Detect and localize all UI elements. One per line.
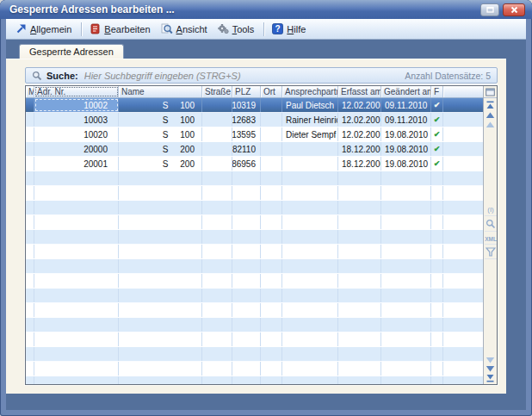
record-selection-button[interactable]: (I) (485, 204, 497, 216)
cell-plz: 12683 (232, 113, 261, 127)
arrow-up-icon (486, 112, 495, 119)
cell-adr-nr: 20000 (34, 142, 119, 156)
cell-geaendert-am: 09.11.2010 (381, 113, 431, 127)
arrow-down-icon (486, 365, 495, 372)
row-indicator-cell (26, 157, 34, 171)
cell-blank (443, 127, 483, 141)
filter-icon (486, 247, 496, 257)
scroll-to-top-button[interactable] (486, 101, 495, 109)
cell-erfasst-am: 18.12.2006 (338, 157, 381, 171)
cell-erfasst-am: 18.12.2006 (338, 142, 381, 156)
maximize-button[interactable] (480, 3, 499, 16)
close-button[interactable] (503, 3, 525, 16)
column-header-name[interactable]: Name (119, 86, 202, 97)
grid: M Adr. Nr. Name Straße PLZ Ort Ansprechp… (26, 86, 483, 384)
arrow-up-pale-icon (486, 121, 495, 128)
search-input[interactable] (83, 70, 405, 82)
scroll-down-page-button[interactable] (486, 357, 495, 363)
column-header-erfasst-am[interactable]: Erfasst am (338, 86, 381, 97)
cell-ansprechpartner: Paul Dietsch (282, 98, 338, 112)
cell-geaendert-am: 09.11.2010 (381, 98, 431, 112)
cell-name: S 200 (119, 142, 202, 156)
check-icon: ✔ (434, 159, 441, 168)
table-row-empty[interactable] (26, 215, 483, 230)
column-header-ort[interactable]: Ort (261, 86, 282, 97)
cell-blank (443, 142, 483, 156)
table-row[interactable]: 10020 S 100 13595 Dieter Sempf 12.02.200… (26, 127, 483, 142)
search-bar: Suche: Anzahl Datensätze: 5 (25, 67, 498, 84)
tab-page: Suche: Anzahl Datensätze: 5 M Adr. Nr. N… (6, 59, 506, 394)
table-row-empty[interactable] (26, 332, 483, 347)
column-header-strasse[interactable]: Straße (202, 86, 232, 97)
name-code: S (163, 145, 169, 154)
column-header-f[interactable]: F (431, 86, 443, 97)
search-icon (32, 71, 42, 81)
table-row[interactable]: 10002 S 100 10319 Paul Dietsch 12.02.200… (26, 98, 483, 113)
table-row-empty[interactable] (26, 201, 483, 215)
menu-item-tools[interactable]: Tools (213, 22, 261, 36)
cell-f-check: ✔ (431, 113, 443, 127)
table-row-empty[interactable] (26, 318, 483, 332)
cell-ort (261, 157, 282, 171)
cell-f-check: ✔ (431, 98, 443, 112)
table-row-empty[interactable] (26, 171, 483, 186)
maximize-icon (486, 6, 494, 13)
table-row-empty[interactable] (26, 245, 483, 259)
table-row-empty[interactable] (26, 186, 483, 201)
menu-bar: Allgemein Bearbeiten Ansicht (6, 19, 526, 40)
row-indicator-cell (26, 113, 34, 127)
menu-item-bearbeiten[interactable]: Bearbeiten (85, 22, 156, 36)
cell-strasse (202, 127, 232, 141)
column-chooser-button[interactable] (484, 86, 497, 98)
table-row-empty[interactable] (26, 289, 483, 303)
cell-plz: 86956 (232, 157, 261, 171)
grid-search-button[interactable] (485, 219, 497, 232)
table-row-empty[interactable] (26, 376, 483, 384)
column-header-ansprechpartner[interactable]: Ansprechpartner (282, 86, 338, 97)
cell-erfasst-am: 12.02.2007 (338, 113, 381, 127)
cell-ansprechpartner (282, 142, 338, 156)
cell-plz: 82110 (232, 142, 261, 156)
menu-label: Allgemein (30, 24, 71, 34)
xml-export-button[interactable]: XML (485, 234, 497, 245)
table-row-empty[interactable] (26, 303, 483, 318)
table-row[interactable]: 20000 S 200 82110 18.12.2006 19.08.2010 (26, 142, 483, 157)
cell-strasse (202, 98, 232, 112)
table-row-empty[interactable] (26, 362, 483, 376)
scroll-to-bottom-button[interactable] (486, 374, 495, 382)
check-icon: ✔ (434, 130, 441, 139)
table-row[interactable]: 10003 S 100 12683 Rainer Heinrich 12.02.… (26, 113, 483, 127)
menu-separator (81, 22, 82, 36)
row-indicator-cell (26, 127, 34, 141)
cell-geaendert-am: 19.08.2010 (381, 127, 431, 141)
table-row-empty[interactable] (26, 274, 483, 289)
column-header-geaendert-am[interactable]: Geändert am (381, 86, 431, 97)
tab-gesperrte-adressen[interactable]: Gesperrte Adressen (19, 44, 124, 59)
name-number: 100 (180, 101, 195, 110)
cell-name: S 100 (119, 98, 202, 112)
menu-item-hilfe[interactable]: ? Hilfe (268, 22, 312, 36)
grid-body: 10002 S 100 10319 Paul Dietsch 12.02.200… (26, 98, 483, 384)
name-code: S (163, 101, 169, 110)
menu-item-allgemein[interactable]: Allgemein (11, 22, 77, 36)
table-row-empty[interactable] (26, 230, 483, 245)
svg-text:?: ? (275, 24, 281, 34)
gear-icon (218, 23, 229, 34)
table-row-empty[interactable] (26, 347, 483, 362)
filter-button[interactable] (485, 247, 497, 259)
cell-adr-nr: 20001 (34, 157, 119, 171)
scroll-down-button[interactable] (486, 365, 495, 372)
table-row-empty[interactable] (26, 259, 483, 274)
cell-blank (443, 113, 483, 127)
close-icon (510, 6, 518, 14)
column-header-adr-nr[interactable]: Adr. Nr. (34, 86, 119, 97)
cell-erfasst-am: 12.02.2007 (338, 127, 381, 141)
column-header-plz[interactable]: PLZ (232, 86, 261, 97)
menu-item-ansicht[interactable]: Ansicht (157, 22, 213, 36)
column-header-m[interactable]: M (26, 86, 34, 97)
scroll-up-button[interactable] (486, 112, 495, 119)
scroll-up-page-button[interactable] (486, 121, 495, 128)
table-row[interactable]: 20001 S 200 86956 18.12.2006 19.08.2010 (26, 157, 483, 171)
cell-adr-nr: 10002 (34, 98, 119, 112)
column-header-blank[interactable] (443, 86, 483, 97)
